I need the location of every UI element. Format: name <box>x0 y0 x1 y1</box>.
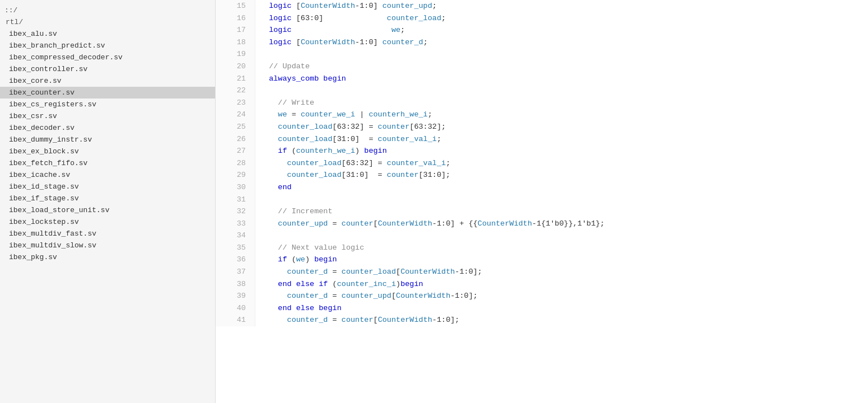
file-item[interactable]: ibex_id_stage.sv <box>0 181 215 193</box>
table-row: 37 counter_d = counter_load[CounterWidth… <box>216 266 868 278</box>
table-row: 29 counter_load[31:0] = counter[31:0]; <box>216 169 868 181</box>
file-item[interactable]: ibex_controller.sv <box>0 63 215 75</box>
line-number: 18 <box>216 36 255 49</box>
line-content <box>255 48 868 60</box>
table-row: 30 end <box>216 181 868 194</box>
table-row: 22 <box>216 85 868 97</box>
line-number: 22 <box>216 85 255 97</box>
file-item[interactable]: ibex_alu.sv <box>0 28 215 40</box>
file-item[interactable]: ibex_ex_block.sv <box>0 146 215 157</box>
table-row: 16 logic [63:0] counter_load; <box>216 12 868 25</box>
line-number: 16 <box>216 12 255 25</box>
file-item[interactable]: ibex_load_store_unit.sv <box>0 204 215 216</box>
table-row: 23 // Write <box>216 97 868 109</box>
line-content: end <box>255 181 868 194</box>
table-row: 36 if (we) begin <box>216 254 868 266</box>
line-content <box>255 194 868 206</box>
line-number: 33 <box>216 218 255 230</box>
line-content: counter_d = counter_upd[CounterWidth-1:0… <box>255 290 868 302</box>
table-row: 41 counter_d = counter[CounterWidth-1:0]… <box>216 314 868 326</box>
line-number: 20 <box>216 60 255 73</box>
table-row: 20 // Update <box>216 60 868 73</box>
file-item[interactable]: ibex_compressed_decoder.sv <box>0 51 215 63</box>
line-number: 29 <box>216 169 255 181</box>
line-content: counter_load[63:32] = counter_val_i; <box>255 157 868 170</box>
line-content: always_comb begin <box>255 73 868 85</box>
file-item[interactable]: ibex_counter.sv <box>0 87 215 99</box>
root-item[interactable]: ::/ <box>0 4 215 16</box>
line-number: 38 <box>216 278 255 290</box>
file-tree: ::/ rtl/ ibex_alu.svibex_branch_predict.… <box>0 0 216 403</box>
file-item[interactable]: ibex_lockstep.sv <box>0 216 215 228</box>
line-content: logic we; <box>255 24 868 36</box>
line-content: // Update <box>255 60 868 73</box>
file-item[interactable]: ibex_multdiv_fast.sv <box>0 228 215 240</box>
line-content: counter_load[31:0] = counter[31:0]; <box>255 169 868 181</box>
file-item[interactable]: ibex_decoder.sv <box>0 122 215 134</box>
line-number: 30 <box>216 181 255 194</box>
rtl-folder[interactable]: rtl/ <box>0 16 215 28</box>
line-number: 28 <box>216 157 255 170</box>
line-number: 37 <box>216 266 255 278</box>
table-row: 18 logic [CounterWidth-1:0] counter_d; <box>216 36 868 49</box>
line-number: 21 <box>216 73 255 85</box>
line-number: 15 <box>216 0 255 12</box>
line-content: counter_load[31:0] = counter_val_i; <box>255 133 868 146</box>
table-row: 35 // Next value logic <box>216 242 868 254</box>
line-number: 26 <box>216 133 255 146</box>
line-number: 36 <box>216 254 255 266</box>
line-number: 34 <box>216 229 255 242</box>
line-content: logic [63:0] counter_load; <box>255 12 868 25</box>
line-content: we = counter_we_i | counterh_we_i; <box>255 109 868 121</box>
file-item[interactable]: ibex_fetch_fifo.sv <box>0 157 215 169</box>
line-content: logic [CounterWidth-1:0] counter_d; <box>255 36 868 49</box>
code-editor[interactable]: 15 logic [CounterWidth-1:0] counter_upd;… <box>216 0 868 403</box>
line-content: if (we) begin <box>255 254 868 266</box>
line-content: // Increment <box>255 205 868 218</box>
table-row: 34 <box>216 229 868 242</box>
line-number: 31 <box>216 194 255 206</box>
table-row: 24 we = counter_we_i | counterh_we_i; <box>216 109 868 121</box>
line-content: // Next value logic <box>255 242 868 254</box>
table-row: 39 counter_d = counter_upd[CounterWidth-… <box>216 290 868 302</box>
line-content: counter_load[63:32] = counter[63:32]; <box>255 121 868 133</box>
file-item[interactable]: ibex_multdiv_slow.sv <box>0 240 215 251</box>
line-number: 41 <box>216 314 255 326</box>
line-content: end else begin <box>255 302 868 315</box>
table-row: 25 counter_load[63:32] = counter[63:32]; <box>216 121 868 133</box>
table-row: 32 // Increment <box>216 205 868 218</box>
line-content: end else if (counter_inc_i)begin <box>255 278 868 290</box>
line-content: logic [CounterWidth-1:0] counter_upd; <box>255 0 868 12</box>
table-row: 33 counter_upd = counter[CounterWidth-1:… <box>216 218 868 230</box>
line-number: 27 <box>216 145 255 157</box>
file-item[interactable]: ibex_cs_registers.sv <box>0 99 215 110</box>
file-item[interactable]: ibex_icache.sv <box>0 169 215 181</box>
table-row: 17 logic we; <box>216 24 868 36</box>
line-number: 40 <box>216 302 255 315</box>
line-content: counter_upd = counter[CounterWidth-1:0] … <box>255 218 868 230</box>
file-item[interactable]: ibex_if_stage.sv <box>0 193 215 204</box>
table-row: 27 if (counterh_we_i) begin <box>216 145 868 157</box>
file-item[interactable]: ibex_pkg.sv <box>0 251 215 263</box>
code-table: 15 logic [CounterWidth-1:0] counter_upd;… <box>216 0 868 326</box>
table-row: 26 counter_load[31:0] = counter_val_i; <box>216 133 868 146</box>
table-row: 31 <box>216 194 868 206</box>
file-item[interactable]: ibex_branch_predict.sv <box>0 40 215 51</box>
table-row: 40 end else begin <box>216 302 868 315</box>
table-row: 28 counter_load[63:32] = counter_val_i; <box>216 157 868 170</box>
file-item[interactable]: ibex_core.sv <box>0 75 215 87</box>
line-content: // Write <box>255 97 868 109</box>
line-number: 19 <box>216 48 255 60</box>
line-number: 24 <box>216 109 255 121</box>
line-content <box>255 229 868 242</box>
file-item[interactable]: ibex_dummy_instr.sv <box>0 134 215 146</box>
table-row: 15 logic [CounterWidth-1:0] counter_upd; <box>216 0 868 12</box>
line-content <box>255 85 868 97</box>
line-number: 32 <box>216 205 255 218</box>
line-content: counter_d = counter_load[CounterWidth-1:… <box>255 266 868 278</box>
line-number: 35 <box>216 242 255 254</box>
line-content: if (counterh_we_i) begin <box>255 145 868 157</box>
line-content: counter_d = counter[CounterWidth-1:0]; <box>255 314 868 326</box>
line-number: 25 <box>216 121 255 133</box>
file-item[interactable]: ibex_csr.sv <box>0 110 215 122</box>
